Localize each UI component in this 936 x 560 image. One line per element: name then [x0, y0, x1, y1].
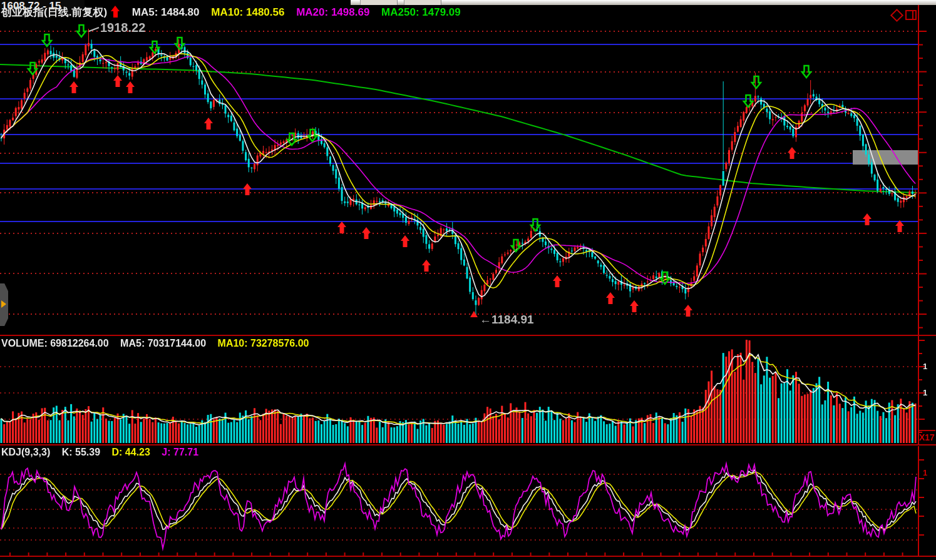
symbol-title: 创业板指(日线.前复权) — [1, 6, 107, 18]
split-window-icon[interactable] — [905, 10, 917, 20]
window-chrome-strip — [351, 0, 936, 5]
toolbar-tab-sliver — [360, 0, 398, 5]
kdj-indicator-label: KDJ(9,3,3) — [1, 447, 50, 457]
volume-axis-tick-label: 1 — [923, 388, 927, 397]
kdj-chart-canvas[interactable] — [0, 446, 936, 556]
ma20-value: MA20: 1498.69 — [296, 6, 369, 18]
kdj-axis-tick-label: 1 — [923, 468, 927, 477]
kdj-d-value: D: 44.23 — [112, 447, 150, 457]
price-chart-canvas[interactable] — [0, 0, 936, 335]
expand-arrow-icon — [1, 300, 6, 308]
ma5-value: MA5: 1484.80 — [132, 6, 200, 18]
ma10-value: MA10: 1480.56 — [211, 6, 284, 18]
kdj-j-value: J: 77.71 — [162, 447, 198, 457]
volume-header: VOLUME: 69812264.00 MA5: 70317144.00 MA1… — [1, 338, 317, 349]
app-root: 创业板指(日线.前复权) MA5: 1484.80 MA10: 1480.56 … — [0, 0, 936, 560]
volume-ma5-value: MA5: 70317144.00 — [120, 338, 206, 349]
peak-price-label: 1918.22 — [100, 21, 145, 35]
trough-price-label: ←1184.91 — [480, 313, 534, 327]
volume-ma10-value: MA10: 73278576.00 — [218, 338, 309, 349]
main-chart-header: 创业板指(日线.前复权) MA5: 1484.80 MA10: 1480.56 … — [1, 5, 470, 19]
toolbar-tab-sliver — [404, 0, 441, 5]
kdj-header: KDJ(9,3,3) K: 55.39 D: 44.23 J: 77.71 — [1, 447, 207, 458]
panel-bottom-border — [0, 556, 936, 557]
volume-value: VOLUME: 69812264.00 — [1, 338, 109, 349]
ma250-value: MA250: 1479.09 — [381, 6, 461, 18]
up-arrow-icon — [111, 6, 120, 18]
volume-scale-badge: X17 — [919, 430, 935, 445]
panel-divider[interactable] — [0, 335, 936, 336]
kdj-k-value: K: 55.39 — [62, 447, 100, 457]
panel-divider[interactable] — [0, 444, 936, 445]
sidebar-expand-tab[interactable] — [0, 283, 8, 326]
volume-axis-tick-label: 1 — [923, 362, 927, 371]
volume-chart-canvas[interactable] — [0, 336, 936, 444]
